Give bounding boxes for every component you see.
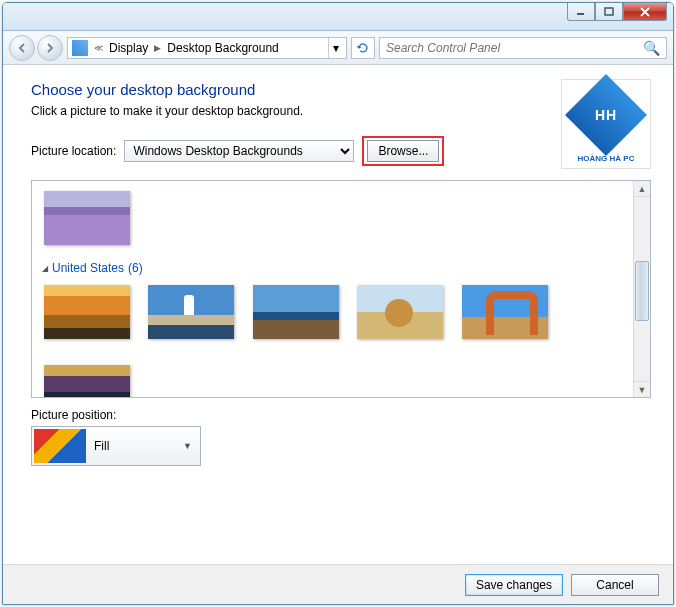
wallpaper-thumb[interactable] — [253, 285, 339, 339]
save-changes-button[interactable]: Save changes — [465, 574, 563, 596]
window-controls — [567, 3, 667, 23]
close-button[interactable] — [623, 3, 667, 21]
refresh-button[interactable] — [351, 37, 375, 59]
navigation-bar: ≪ Display ▶ Desktop Background ▾ 🔍 — [3, 31, 673, 65]
search-box[interactable]: 🔍 — [379, 37, 667, 59]
scrollbar[interactable]: ▲ ▼ — [633, 181, 650, 397]
picture-location-row: Picture location: Windows Desktop Backgr… — [31, 136, 651, 166]
page-subtitle: Click a picture to make it your desktop … — [31, 104, 651, 118]
svg-rect-1 — [605, 8, 613, 15]
picture-position: Picture position: Fill ▼ — [31, 408, 651, 466]
control-panel-window: ≪ Display ▶ Desktop Background ▾ 🔍 HH HO… — [2, 2, 674, 605]
logo-diamond-icon: HH — [565, 73, 647, 155]
nav-arrows — [9, 35, 63, 61]
wallpaper-thumb[interactable] — [357, 285, 443, 339]
minimize-button[interactable] — [567, 3, 595, 21]
scroll-up-icon[interactable]: ▲ — [634, 181, 650, 197]
breadcrumb[interactable]: ≪ Display ▶ Desktop Background ▾ — [67, 37, 347, 59]
scroll-thumb[interactable] — [635, 261, 649, 321]
brand-logo: HH HOÀNG HÀ PC — [561, 79, 651, 169]
content-area: HH HOÀNG HÀ PC Choose your desktop backg… — [3, 65, 673, 564]
picture-position-label: Picture position: — [31, 408, 651, 422]
browse-highlight: Browse... — [362, 136, 444, 166]
picture-location-label: Picture location: — [31, 144, 116, 158]
group-count: (6) — [128, 261, 143, 275]
wallpaper-thumb[interactable] — [44, 285, 130, 339]
titlebar — [3, 3, 673, 31]
browse-button[interactable]: Browse... — [367, 140, 439, 162]
svg-rect-0 — [577, 13, 584, 15]
control-panel-icon — [72, 40, 88, 56]
search-icon: 🔍 — [643, 40, 660, 56]
chevron-down-icon: ▼ — [183, 441, 192, 451]
wallpaper-thumb[interactable] — [44, 365, 130, 397]
wallpaper-thumb[interactable] — [148, 285, 234, 339]
chevron-left-icon: ≪ — [94, 43, 103, 53]
picture-position-preview-icon — [34, 429, 86, 463]
collapse-caret-icon: ◢ — [42, 264, 48, 273]
breadcrumb-desktop-background[interactable]: Desktop Background — [167, 41, 278, 55]
page-title: Choose your desktop background — [31, 81, 651, 98]
search-input[interactable] — [386, 41, 643, 55]
wallpaper-list: ◢ United States (6) ▲ ▼ — [31, 180, 651, 398]
group-name: United States — [52, 261, 124, 275]
chevron-right-icon: ▶ — [154, 43, 161, 53]
back-button[interactable] — [9, 35, 35, 61]
maximize-button[interactable] — [595, 3, 623, 21]
group-header-united-states[interactable]: ◢ United States (6) — [42, 261, 623, 275]
breadcrumb-display[interactable]: Display — [109, 41, 148, 55]
breadcrumb-dropdown[interactable]: ▾ — [328, 38, 342, 58]
picture-location-select[interactable]: Windows Desktop Backgrounds — [124, 140, 354, 162]
scroll-down-icon[interactable]: ▼ — [634, 381, 650, 397]
wallpaper-thumb[interactable] — [44, 191, 130, 245]
forward-button[interactable] — [37, 35, 63, 61]
picture-position-value: Fill — [94, 439, 109, 453]
wallpaper-thumb[interactable] — [462, 285, 548, 339]
picture-position-select[interactable]: Fill ▼ — [31, 426, 201, 466]
wallpaper-scroll-area[interactable]: ◢ United States (6) — [32, 181, 633, 397]
cancel-button[interactable]: Cancel — [571, 574, 659, 596]
footer: Save changes Cancel — [3, 564, 673, 604]
